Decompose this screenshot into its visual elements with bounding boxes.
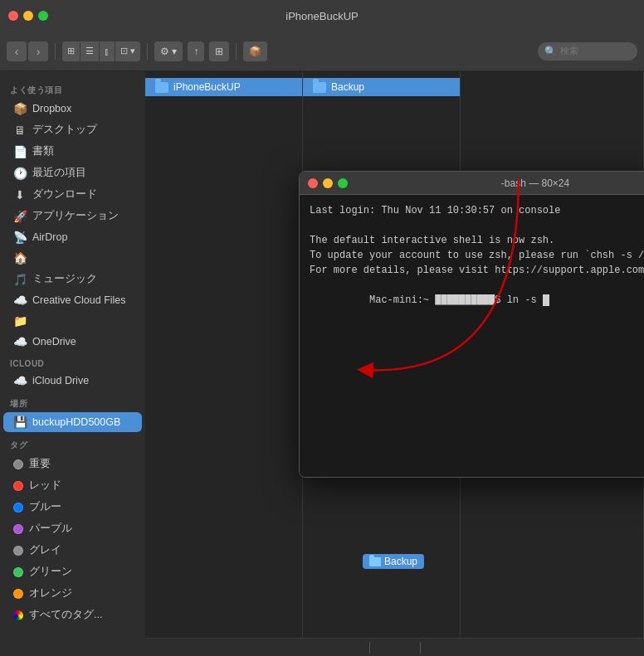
locations-section-label: 場所 <box>0 391 145 411</box>
backup-tooltip-folder-icon <box>369 557 381 566</box>
sidebar-item-books[interactable]: 📄 書類 <box>3 141 142 162</box>
sidebar-item-label: ミュージック <box>32 272 97 286</box>
sidebar-item-onedrive[interactable]: ☁️ OneDrive <box>3 332 142 352</box>
column2-item-backup[interactable]: Backup › <box>303 78 460 96</box>
tag-dot-green <box>13 567 23 577</box>
sidebar-item-dropbox[interactable]: 📦 Dropbox <box>3 99 142 119</box>
sidebar-item-downloads[interactable]: ⬇ ダウンロード <box>3 184 142 205</box>
sidebar-item-backup-hdd[interactable]: 💾 buckupHDD500GB <box>3 412 142 432</box>
status-bar <box>145 638 644 656</box>
sidebar-item-recent[interactable]: 🕐 最近の項目 <box>3 163 142 183</box>
creative-cloud-icon: ☁️ <box>13 294 27 307</box>
sidebar-item-tag-purple[interactable]: パープル <box>3 518 142 539</box>
sidebar-item-desktop[interactable]: 🖥 デスクトップ <box>3 119 142 140</box>
backup-tooltip-label: Backup <box>384 556 417 567</box>
sidebar-item-label: Dropbox <box>32 103 71 114</box>
sidebar-item-tag-important[interactable]: 重要 <box>3 454 142 474</box>
close-button[interactable] <box>8 11 18 21</box>
traffic-lights <box>8 11 48 21</box>
terminal-window[interactable]: -bash — 80×24 Last login: Thu Nov 11 10:… <box>299 171 644 478</box>
tag-button[interactable]: ⊞ <box>209 41 229 61</box>
sidebar-item-home[interactable]: 🏠 <box>3 248 142 268</box>
action-button[interactable]: ⚙ ▾ <box>154 41 183 61</box>
tag-label: 重要 <box>29 457 51 471</box>
sidebar-item-airdrop[interactable]: 📡 AirDrop <box>3 227 142 247</box>
downloads-icon: ⬇ <box>13 188 27 202</box>
terminal-minimize[interactable] <box>323 178 333 188</box>
column1-item-label: iPhoneBuckUP <box>173 81 241 93</box>
terminal-title-bar: -bash — 80×24 <box>300 172 644 195</box>
sidebar-item-creative-cloud[interactable]: ☁️ Creative Cloud Files <box>3 290 142 310</box>
home-icon: 🏠 <box>13 251 27 265</box>
title-bar: iPhoneBuckUP <box>0 0 644 32</box>
list-view-button[interactable]: ☰ <box>80 41 99 61</box>
desktop-icon: 🖥 <box>13 124 27 137</box>
tag-label: パープル <box>29 522 72 536</box>
nav-buttons: ‹ › <box>7 41 48 61</box>
terminal-line-1: Last login: Thu Nov 11 10:30:57 on conso… <box>310 203 644 218</box>
terminal-line-2 <box>310 218 644 233</box>
sidebar-item-tag-green[interactable]: グリーン <box>3 561 142 582</box>
toolbar-separator-3 <box>236 43 237 60</box>
icon-view-button[interactable]: ⊞ <box>62 41 80 61</box>
maximize-button[interactable] <box>38 11 48 21</box>
chevron-right-icon: › <box>447 83 450 92</box>
back-button[interactable]: ‹ <box>7 41 27 61</box>
view-buttons: ⊞ ☰ ⫿ ⊡ ▾ <box>62 41 140 61</box>
tag-dot-orange <box>13 589 23 599</box>
sidebar-item-label: AirDrop <box>32 231 67 243</box>
sidebar-item-label: 書類 <box>32 144 54 158</box>
icloud-drive-icon: ☁️ <box>13 374 27 387</box>
terminal-maximize[interactable] <box>338 178 348 188</box>
sidebar-item-folder[interactable]: 📁 <box>3 311 142 331</box>
sidebar-item-apps[interactable]: 🚀 アプリケーション <box>3 206 142 226</box>
minimize-button[interactable] <box>23 11 33 21</box>
column1-item-iphonebuckup[interactable]: iPhoneBuckUP › <box>145 78 302 96</box>
sidebar-item-label: ダウンロード <box>32 187 97 202</box>
sidebar-item-label: buckupHDD500GB <box>32 416 120 428</box>
folder-icon <box>155 82 168 93</box>
apps-icon: 🚀 <box>13 210 27 223</box>
favorites-section-label: よく使う項目 <box>0 78 145 98</box>
tag-label: グレイ <box>29 543 61 557</box>
tags-section-label: タグ <box>0 433 145 453</box>
icloud-section-label: iCloud <box>0 352 145 370</box>
sidebar-item-tag-blue[interactable]: ブルー <box>3 497 142 518</box>
dropbox-icon: 📦 <box>13 102 27 115</box>
dropbox-button[interactable]: 📦 <box>243 41 267 61</box>
folder-icon: 📁 <box>13 314 27 328</box>
terminal-body: Last login: Thu Nov 11 10:30:57 on conso… <box>300 195 644 477</box>
sidebar-item-label: OneDrive <box>32 336 76 347</box>
share-button[interactable]: ↑ <box>188 41 204 61</box>
status-sep-1 <box>369 642 370 654</box>
sidebar-item-label: iCloud Drive <box>32 375 89 386</box>
onedrive-icon: ☁️ <box>13 335 27 348</box>
books-icon: 📄 <box>13 145 27 158</box>
tag-label: すべてのタグ... <box>29 608 102 622</box>
sidebar-item-tag-orange[interactable]: オレンジ <box>3 583 142 604</box>
content-area: iPhoneBuckUP › Backup › <box>145 71 644 656</box>
terminal-close[interactable] <box>308 178 318 188</box>
tag-label: ブルー <box>29 500 61 514</box>
chevron-right-icon: › <box>290 83 292 92</box>
tag-dot-gray <box>13 546 23 556</box>
sidebar-item-label: デスクトップ <box>32 123 97 137</box>
column-view-button[interactable]: ⫿ <box>100 41 115 61</box>
terminal-line-4: To update your account to use zsh, pleas… <box>310 248 644 263</box>
search-icon: 🔍 <box>544 46 557 57</box>
tag-dot-all <box>13 610 23 620</box>
sidebar-item-tag-red[interactable]: レッド <box>3 475 142 496</box>
gallery-view-button[interactable]: ⊡ ▾ <box>115 41 140 61</box>
forward-button[interactable]: › <box>28 41 48 61</box>
sidebar-item-tag-all[interactable]: すべてのタグ... <box>3 605 142 625</box>
sidebar-item-label: アプリケーション <box>32 209 119 223</box>
toolbar: ‹ › ⊞ ☰ ⫿ ⊡ ▾ ⚙ ▾ ↑ ⊞ 📦 🔍 検索 <box>0 32 644 71</box>
search-box[interactable]: 🔍 検索 <box>538 42 637 61</box>
sidebar-item-music[interactable]: 🎵 ミュージック <box>3 269 142 289</box>
sidebar-item-label: 最近の項目 <box>32 166 86 180</box>
sidebar-item-tag-gray[interactable]: グレイ <box>3 540 142 561</box>
tag-dot-red <box>13 481 23 491</box>
toolbar-separator-2 <box>147 43 148 60</box>
tag-label: グリーン <box>29 565 72 579</box>
sidebar-item-icloud-drive[interactable]: ☁️ iCloud Drive <box>3 371 142 391</box>
